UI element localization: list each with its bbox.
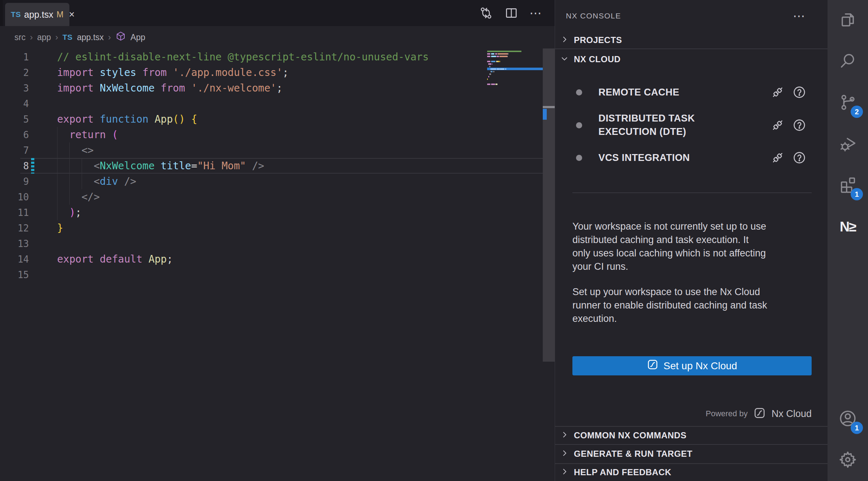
activity-item-settings[interactable] — [828, 440, 868, 481]
code-line-15[interactable]: 15 — [0, 267, 555, 282]
minimap-line — [487, 58, 543, 60]
section-generate-run-target[interactable]: GENERATE & RUN TARGET — [555, 444, 828, 463]
gutter-modified-indicator — [31, 158, 34, 174]
editor-actions: ⋯ — [479, 0, 542, 26]
minimap-line — [487, 65, 543, 68]
line-number: 3 — [0, 83, 29, 94]
code-line-9[interactable]: 9 <div /> — [0, 174, 555, 189]
minimap[interactable] — [487, 50, 543, 93]
tab-bar: TS app.tsx M × ⋯ — [0, 0, 555, 26]
section-label: NX CLOUD — [574, 54, 620, 64]
section-nx-cloud[interactable]: NX CLOUD — [555, 50, 828, 69]
scrollbar-slider[interactable] — [543, 48, 555, 362]
overview-modified-marker — [543, 109, 547, 120]
open-changes-icon[interactable] — [479, 6, 493, 20]
minimap-line — [487, 75, 543, 78]
badge: 1 — [851, 422, 863, 434]
run-debug-icon — [838, 134, 857, 154]
code-line-8[interactable]: 8 <NxWelcome title="Hi Mom" /> — [0, 158, 555, 174]
panel-title: NX CONSOLE — [566, 0, 621, 32]
breadcrumb-file[interactable]: app.tsx — [77, 33, 104, 42]
code-line-14[interactable]: 14export default App; — [0, 251, 555, 267]
powered-by-label: Powered by — [706, 409, 748, 418]
modified-indicator: M — [56, 10, 63, 20]
code-line-3[interactable]: 3import NxWelcome from './nx-welcome'; — [0, 80, 555, 96]
connect-icon[interactable] — [770, 85, 785, 99]
nx-cloud-logo-icon — [753, 407, 766, 421]
connect-icon[interactable] — [770, 118, 785, 132]
powered-by: Powered by Nx Cloud — [706, 404, 812, 423]
activity-item-accounts[interactable]: 1 — [828, 399, 868, 440]
activity-item-explorer[interactable] — [828, 0, 868, 41]
nx-cloud-name: Nx Cloud — [772, 408, 812, 420]
section-help-and-feedback[interactable]: HELP AND FEEDBACK — [555, 464, 828, 481]
code-text: ); — [57, 207, 81, 218]
connect-icon[interactable] — [770, 150, 785, 165]
minimap-line — [487, 68, 543, 70]
minimap-line — [487, 78, 543, 80]
code-editor[interactable]: 1// eslint-disable-next-line @typescript… — [0, 48, 555, 481]
setup-nx-cloud-button[interactable]: Set up Nx Cloud — [572, 356, 812, 375]
breadcrumb-folder[interactable]: src — [14, 33, 26, 42]
code-text: export function App() { — [57, 113, 197, 125]
divider — [555, 48, 828, 49]
help-icon[interactable] — [792, 85, 807, 99]
settings-icon — [838, 450, 858, 471]
status-bullet — [576, 89, 582, 95]
editor-region: TS app.tsx M × ⋯ src › app › TS app.tsx … — [0, 0, 555, 481]
code-line-7[interactable]: 7 <> — [0, 142, 555, 158]
section-common-nx-commands[interactable]: COMMON NX COMMANDS — [555, 426, 828, 444]
code-line-6[interactable]: 6 return ( — [0, 127, 555, 142]
section-projects[interactable]: PROJECTS — [555, 32, 828, 48]
code-text: export default App; — [57, 253, 173, 265]
code-line-2[interactable]: 2import styles from './app.module.css'; — [0, 65, 555, 80]
scrollbar[interactable] — [543, 48, 555, 481]
typescript-icon: TS — [63, 33, 73, 42]
typescript-icon: TS — [11, 10, 21, 19]
code-text: </> — [57, 191, 100, 203]
activity-item-nx-console[interactable]: N≥ — [828, 206, 868, 247]
activity-item-source-control[interactable]: 2 — [828, 82, 868, 124]
activity-item-run-debug[interactable] — [828, 124, 868, 165]
chevron-right-icon — [560, 430, 569, 440]
section-label: GENERATE & RUN TARGET — [574, 449, 692, 459]
code-line-10[interactable]: 10 </> — [0, 189, 555, 205]
symbol-cube-icon — [115, 31, 126, 44]
minimap-line — [487, 50, 543, 52]
line-number: 6 — [0, 129, 29, 140]
window-edge — [0, 0, 3, 26]
close-icon[interactable]: × — [69, 10, 75, 20]
code-line-4[interactable]: 4 — [0, 96, 555, 111]
breadcrumb-symbol[interactable]: App — [130, 33, 145, 42]
chevron-right-icon: › — [30, 32, 33, 42]
activity-item-search[interactable] — [828, 41, 868, 82]
feature-row: REMOTE CACHE — [555, 76, 828, 108]
code-line-12[interactable]: 12} — [0, 220, 555, 236]
feature-row: DISTRIBUTED TASKEXECUTION (DTE) — [555, 108, 828, 142]
explorer-icon — [838, 10, 857, 31]
code-line-11[interactable]: 11 ); — [0, 205, 555, 220]
split-editor-icon[interactable] — [504, 6, 519, 20]
line-number: 10 — [0, 192, 29, 203]
code-line-1[interactable]: 1// eslint-disable-next-line @typescript… — [0, 49, 555, 65]
workspace-status-text: Your workspace is not currently set up t… — [572, 220, 812, 273]
breadcrumb-folder[interactable]: app — [37, 33, 51, 42]
help-icon[interactable] — [792, 118, 807, 132]
activity-item-extensions[interactable]: 1 — [828, 165, 868, 206]
code-text: import styles from './app.module.css'; — [57, 67, 289, 78]
line-number: 5 — [0, 114, 29, 125]
help-icon[interactable] — [792, 150, 807, 165]
chevron-down-icon — [560, 54, 569, 64]
code-line-5[interactable]: 5export function App() { — [0, 111, 555, 127]
chevron-right-icon — [560, 449, 569, 459]
minimap-line — [487, 55, 543, 58]
code-text: // eslint-disable-next-line @typescript-… — [57, 51, 429, 63]
minimap-line — [487, 60, 543, 63]
tab-app-tsx[interactable]: TS app.tsx M × — [5, 3, 69, 26]
line-number: 12 — [0, 223, 29, 234]
minimap-line — [487, 52, 543, 55]
panel-more-actions-icon[interactable]: ⋯ — [793, 0, 806, 32]
code-line-13[interactable]: 13 — [0, 236, 555, 251]
nx-console-panel: NX CONSOLE ⋯ PROJECTS NX CLOUD REMOTE CA… — [555, 0, 828, 481]
badge: 2 — [851, 106, 863, 118]
